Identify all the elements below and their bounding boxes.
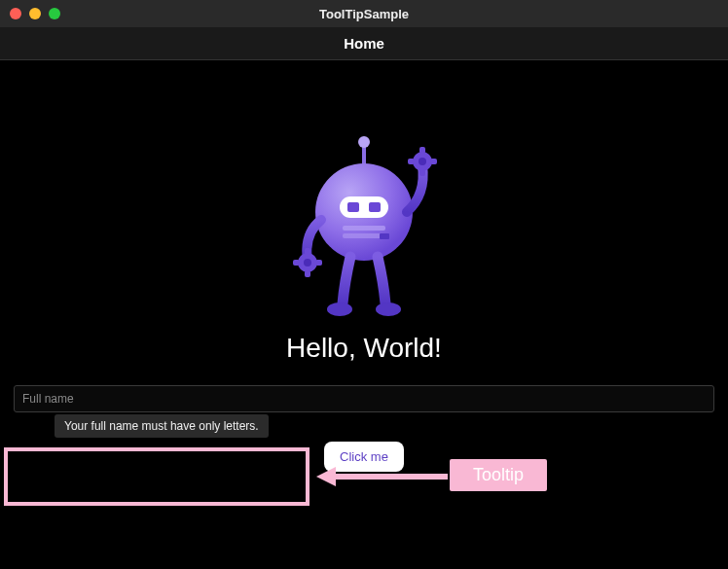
page-title: Hello, World! — [286, 333, 442, 364]
svg-point-16 — [419, 158, 426, 165]
window-title: ToolTipSample — [0, 7, 728, 21]
svg-rect-7 — [343, 233, 385, 238]
navbar-title: Home — [344, 35, 384, 52]
minimize-icon[interactable] — [29, 8, 41, 19]
svg-rect-5 — [369, 202, 381, 212]
svg-rect-4 — [347, 202, 359, 212]
svg-point-10 — [304, 259, 311, 267]
fullname-input[interactable] — [14, 385, 714, 412]
click-me-button[interactable]: Click me — [324, 442, 404, 472]
svg-rect-8 — [380, 233, 389, 239]
svg-rect-20 — [430, 159, 437, 164]
window-controls — [10, 8, 60, 19]
svg-point-21 — [327, 302, 352, 316]
content-area: Hello, World! Your full name must have o… — [0, 60, 728, 569]
svg-point-1 — [358, 136, 370, 148]
svg-point-22 — [376, 302, 401, 316]
svg-rect-13 — [293, 260, 300, 266]
svg-rect-14 — [315, 260, 322, 266]
svg-rect-3 — [340, 196, 388, 218]
input-row: Your full name must have only letters. — [14, 385, 714, 412]
svg-rect-11 — [305, 248, 310, 255]
titlebar: ToolTipSample — [0, 0, 728, 27]
close-icon[interactable] — [10, 8, 21, 19]
svg-rect-12 — [305, 270, 310, 277]
annotation-highlight-box — [4, 447, 309, 506]
maximize-icon[interactable] — [49, 8, 60, 19]
svg-rect-18 — [419, 169, 425, 176]
robot-image — [286, 136, 442, 321]
annotation-label: Tooltip — [450, 459, 547, 491]
navbar: Home — [0, 27, 728, 60]
tooltip: Your full name must have only letters. — [55, 414, 269, 438]
svg-rect-6 — [343, 226, 385, 231]
svg-rect-19 — [408, 159, 415, 164]
svg-rect-17 — [419, 147, 425, 154]
